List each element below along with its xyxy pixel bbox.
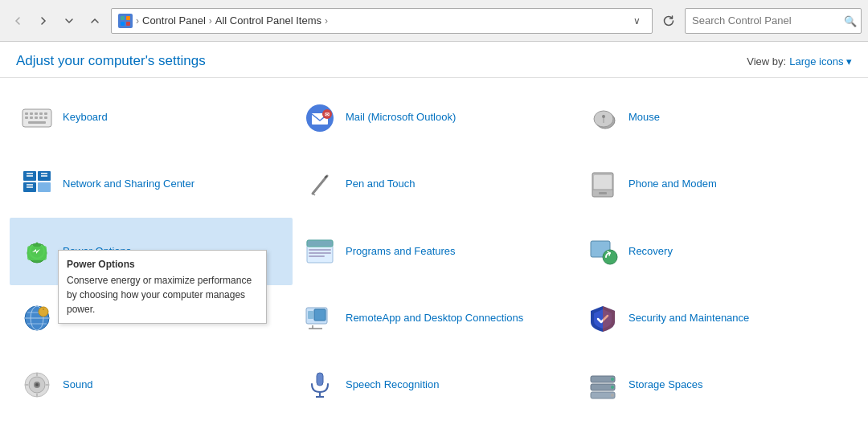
svg-rect-8 <box>39 112 43 115</box>
view-by-label: View by: <box>747 55 786 67</box>
network-label: Network and Sharing Center <box>63 178 194 191</box>
address-control-panel: Control Panel <box>142 14 206 27</box>
region-icon <box>21 302 53 334</box>
item-region[interactable]: Region <box>10 285 293 352</box>
speech-label: Speech Recognition <box>346 378 439 392</box>
svg-point-78 <box>611 386 614 389</box>
mouse-icon <box>587 102 619 134</box>
item-power[interactable]: Power Options Power Options Conserve ene… <box>10 218 293 284</box>
item-mail[interactable]: ✉ Mail (Microsoft Outlook) <box>293 84 575 151</box>
svg-rect-43 <box>34 243 40 247</box>
recovery-icon <box>587 235 619 268</box>
keyboard-icon <box>21 102 53 134</box>
svg-text:✉: ✉ <box>325 112 330 117</box>
svg-rect-59 <box>314 309 326 321</box>
item-pen[interactable]: Pen and Touch <box>293 151 575 218</box>
storage-icon <box>587 369 619 401</box>
address-sep-2: › <box>209 15 212 27</box>
security-label: Security and Maintenance <box>628 312 749 325</box>
svg-point-50 <box>603 250 617 264</box>
control-panel-icon <box>118 14 133 28</box>
view-by-value[interactable]: Large icons ▾ <box>789 55 852 67</box>
item-network[interactable]: Network and Sharing Center <box>10 151 293 218</box>
mail-label: Mail (Microsoft Outlook) <box>346 111 456 125</box>
network-icon <box>21 169 53 201</box>
address-sep-3: › <box>325 15 328 27</box>
phone-icon <box>587 169 619 201</box>
svg-rect-71 <box>317 373 323 386</box>
svg-line-34 <box>313 176 327 194</box>
svg-rect-47 <box>309 252 331 254</box>
svg-rect-11 <box>30 116 33 119</box>
page-title: Adjust your computer's settings <box>16 53 206 69</box>
svg-rect-46 <box>309 249 331 251</box>
content-header: Adjust your computer's settings View by:… <box>0 42 868 78</box>
svg-rect-27 <box>38 182 51 192</box>
svg-rect-10 <box>25 116 28 119</box>
item-sound[interactable]: Sound <box>10 352 293 419</box>
mouse-label: Mouse <box>628 111 660 125</box>
sound-icon <box>21 369 53 401</box>
storage-label: Storage Spaces <box>628 378 703 392</box>
svg-rect-39 <box>599 192 607 194</box>
programs-icon <box>304 235 336 268</box>
svg-rect-6 <box>30 112 33 115</box>
remoteapp-icon <box>304 302 336 334</box>
item-recovery[interactable]: Recovery <box>575 218 858 284</box>
svg-rect-2 <box>121 22 125 26</box>
search-wrapper: 🔍 <box>685 8 862 34</box>
svg-rect-60 <box>308 311 313 319</box>
recovery-label: Recovery <box>628 245 673 259</box>
item-programs[interactable]: Programs and Features <box>293 218 575 284</box>
svg-rect-48 <box>309 255 325 257</box>
item-remoteapp[interactable]: RemoteApp and Desktop Connections <box>293 285 575 352</box>
pen-label: Pen and Touch <box>346 178 416 191</box>
address-field[interactable]: › Control Panel › All Control Panel Item… <box>111 8 653 34</box>
search-input[interactable] <box>685 8 862 34</box>
svg-point-56 <box>39 307 48 317</box>
sound-label: Sound <box>63 378 93 392</box>
view-by-container: View by: Large icons ▾ <box>747 55 852 67</box>
item-mouse[interactable]: Mouse <box>575 84 858 151</box>
svg-point-23 <box>602 115 605 118</box>
item-speech[interactable]: Speech Recognition <box>293 352 575 419</box>
svg-rect-38 <box>594 175 612 190</box>
programs-label: Programs and Features <box>346 245 456 259</box>
address-bar: › Control Panel › All Control Panel Item… <box>0 0 868 42</box>
svg-rect-1 <box>126 16 130 20</box>
svg-rect-5 <box>25 112 28 115</box>
item-storage[interactable]: Storage Spaces <box>575 352 858 419</box>
phone-label: Phone and Modem <box>628 178 717 191</box>
item-keyboard[interactable]: Keyboard <box>10 84 293 151</box>
main-content: Adjust your computer's settings View by:… <box>0 42 868 433</box>
dropdown-button[interactable] <box>58 10 80 32</box>
region-label: Region <box>63 312 96 325</box>
speech-icon <box>304 369 336 401</box>
pen-icon <box>304 169 336 201</box>
svg-point-66 <box>35 383 39 386</box>
address-all-items: All Control Panel Items <box>215 14 321 27</box>
svg-rect-9 <box>44 112 47 115</box>
up-button[interactable] <box>84 10 106 32</box>
power-icon <box>21 235 53 268</box>
address-sep-1: › <box>136 15 139 27</box>
item-security[interactable]: Security and Maintenance <box>575 285 858 352</box>
back-button[interactable] <box>6 10 29 32</box>
svg-point-77 <box>611 378 614 381</box>
address-dropdown[interactable]: ∨ <box>628 14 645 28</box>
svg-rect-42 <box>27 246 47 260</box>
remoteapp-label: RemoteApp and Desktop Connections <box>346 312 523 325</box>
item-phone[interactable]: Phone and Modem <box>575 151 858 218</box>
keyboard-label: Keyboard <box>63 111 108 125</box>
svg-rect-3 <box>126 22 130 26</box>
security-icon <box>587 302 619 334</box>
forward-button[interactable] <box>32 10 55 32</box>
svg-rect-14 <box>44 116 47 119</box>
tooltip-title: Power Options <box>67 257 258 272</box>
mail-icon: ✉ <box>304 102 336 134</box>
svg-line-35 <box>313 194 315 195</box>
svg-rect-45 <box>307 240 333 247</box>
refresh-button[interactable] <box>657 10 680 32</box>
svg-rect-15 <box>28 121 46 124</box>
svg-rect-7 <box>35 112 38 115</box>
